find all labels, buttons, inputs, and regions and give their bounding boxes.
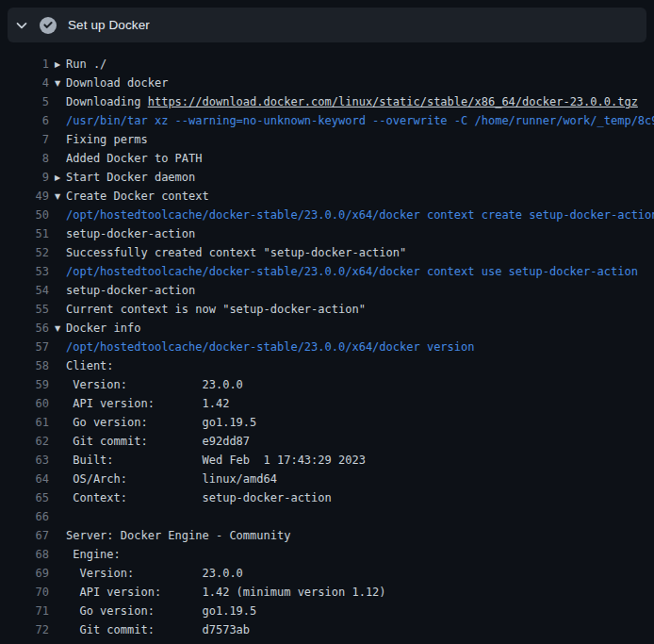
step-header[interactable]: Set up Docker <box>8 8 646 42</box>
line-number-link[interactable]: 54 <box>0 281 49 300</box>
line-number-link[interactable]: 52 <box>0 243 49 262</box>
log-gutter <box>49 488 66 507</box>
log-line: 61 Go version: go1.19.5 <box>0 413 654 432</box>
chevron-collapsed-icon[interactable]: ▶ <box>55 169 60 188</box>
log-gutter: ▶ <box>49 55 66 74</box>
log-line: 53 /opt/hostedtoolcache/docker-stable/23… <box>0 262 654 281</box>
log-line: 60 API version: 1.42 <box>0 394 654 413</box>
line-number-link[interactable]: 59 <box>0 375 49 394</box>
log-text: Downloading <box>66 95 148 108</box>
line-number-link[interactable]: 68 <box>0 545 49 564</box>
line-number-link[interactable]: 63 <box>0 451 49 470</box>
log-line: 52 Successfully created context "setup-d… <box>0 243 654 262</box>
log-gutter <box>49 92 66 111</box>
log-line: 67 Server: Docker Engine - Community <box>0 526 654 545</box>
log-gutter <box>49 224 66 243</box>
chevron-expanded-icon[interactable]: ▼ <box>55 74 60 93</box>
log-line: 71 Go version: go1.19.5 <box>0 602 654 620</box>
log-text: OS/Arch: linux/amd64 <box>66 470 654 488</box>
log-line: 63 Built: Wed Feb 1 17:43:29 2023 <box>0 451 654 470</box>
log-text: Added Docker to PATH <box>66 149 654 168</box>
line-number-link[interactable]: 5 <box>0 92 49 111</box>
line-number-link[interactable]: 70 <box>0 583 49 602</box>
log-lines: 1 ▶ Run ./ 4 ▼ Download docker 5 Downloa… <box>0 55 654 639</box>
log-line: 56 ▼ Docker info <box>0 319 654 338</box>
line-number-link[interactable]: 53 <box>0 262 49 281</box>
log-text: Fixing perms <box>66 130 654 149</box>
chevron-expanded-icon[interactable]: ▼ <box>55 188 60 206</box>
line-number-link[interactable]: 7 <box>0 130 49 149</box>
log-url-link[interactable]: https://download.docker.com/linux/static… <box>148 95 638 108</box>
line-number-link[interactable]: 65 <box>0 488 49 507</box>
line-number-link[interactable]: 58 <box>0 356 49 375</box>
log-line: 9 ▶ Start Docker daemon <box>0 168 654 187</box>
log-gutter <box>49 507 66 526</box>
log-line: 49 ▼ Create Docker context <box>0 187 654 206</box>
chevron-collapsed-icon[interactable]: ▶ <box>55 56 60 74</box>
log-gutter <box>49 111 66 130</box>
log-line: 57 /opt/hostedtoolcache/docker-stable/23… <box>0 338 654 356</box>
log-text: Downloading https://download.docker.com/… <box>66 92 654 111</box>
log-gutter: ▶ <box>49 168 66 187</box>
log-text: Version: 23.0.0 <box>66 375 654 394</box>
log-line: 65 Context: setup-docker-action <box>0 488 654 507</box>
line-number-link[interactable]: 61 <box>0 413 49 432</box>
log-gutter <box>49 583 66 602</box>
log-group-title: Download docker <box>66 74 654 92</box>
log-gutter <box>49 470 66 488</box>
line-number-link[interactable]: 49 <box>0 187 49 206</box>
line-number-link[interactable]: 66 <box>0 507 49 526</box>
line-number-link[interactable]: 71 <box>0 602 49 620</box>
line-number-link[interactable]: 51 <box>0 224 49 243</box>
log-line: 4 ▼ Download docker <box>0 74 654 92</box>
chevron-down-icon[interactable] <box>14 18 29 33</box>
log-text <box>66 507 654 526</box>
log-gutter <box>49 451 66 470</box>
log-gutter <box>49 432 66 451</box>
log-gutter <box>49 130 66 149</box>
line-number-link[interactable]: 9 <box>0 168 49 187</box>
line-number-link[interactable]: 60 <box>0 394 49 413</box>
line-number-link[interactable]: 1 <box>0 55 49 74</box>
log-gutter <box>49 564 66 583</box>
log-line: 5 Downloading https://download.docker.co… <box>0 92 654 111</box>
line-number-link[interactable]: 69 <box>0 564 49 583</box>
log-gutter <box>49 149 66 168</box>
log-command: /opt/hostedtoolcache/docker-stable/23.0.… <box>66 338 654 356</box>
log-gutter: ▼ <box>49 187 66 206</box>
step-title: Set up Docker <box>68 8 150 42</box>
log-gutter <box>49 281 66 300</box>
log-text: Context: setup-docker-action <box>66 488 654 507</box>
log-text: Git commit: e92dd87 <box>66 432 654 451</box>
log-text: setup-docker-action <box>66 281 654 300</box>
log-line: 50 /opt/hostedtoolcache/docker-stable/23… <box>0 206 654 224</box>
log-gutter <box>49 620 66 639</box>
line-number-link[interactable]: 72 <box>0 620 49 639</box>
log-gutter: ▼ <box>49 74 66 92</box>
line-number-link[interactable]: 64 <box>0 470 49 488</box>
log-gutter <box>49 413 66 432</box>
line-number-link[interactable]: 57 <box>0 338 49 356</box>
line-number-link[interactable]: 67 <box>0 526 49 545</box>
log-group-title: Create Docker context <box>66 187 654 206</box>
log-gutter <box>49 526 66 545</box>
log-gutter <box>49 243 66 262</box>
log-line: 66 <box>0 507 654 526</box>
log-gutter <box>49 375 66 394</box>
line-number-link[interactable]: 6 <box>0 111 49 130</box>
log-text: API version: 1.42 <box>66 394 654 413</box>
log-text: setup-docker-action <box>66 224 654 243</box>
log-command: /opt/hostedtoolcache/docker-stable/23.0.… <box>66 206 654 224</box>
line-number-link[interactable]: 8 <box>0 149 49 168</box>
log-text: API version: 1.42 (minimum version 1.12) <box>66 583 654 602</box>
line-number-link[interactable]: 56 <box>0 319 49 338</box>
log-group-title: Start Docker daemon <box>66 168 654 187</box>
log-line: 58 Client: <box>0 356 654 375</box>
log-line: 64 OS/Arch: linux/amd64 <box>0 470 654 488</box>
line-number-link[interactable]: 62 <box>0 432 49 451</box>
line-number-link[interactable]: 4 <box>0 74 49 92</box>
line-number-link[interactable]: 50 <box>0 206 49 224</box>
line-number-link[interactable]: 55 <box>0 300 49 319</box>
log-gutter <box>49 602 66 620</box>
chevron-expanded-icon[interactable]: ▼ <box>55 320 60 339</box>
